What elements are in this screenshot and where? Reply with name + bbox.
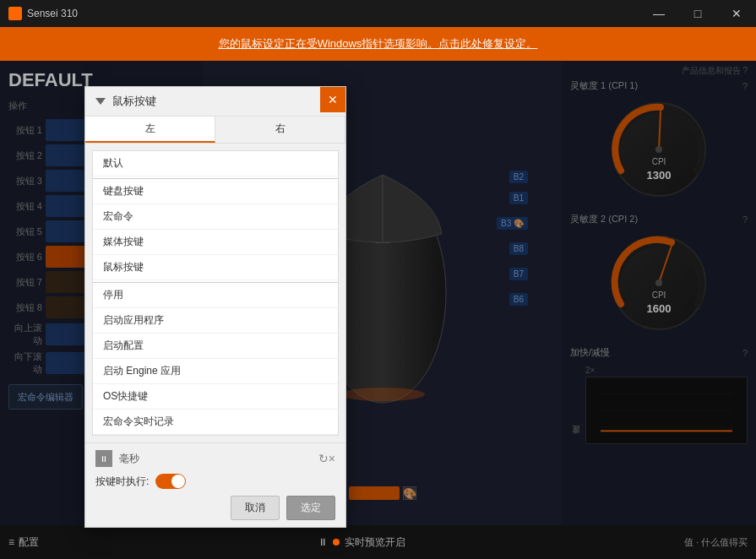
titlebar-title: Sensei 310 xyxy=(8,7,78,20)
pause-icon: ⏸ xyxy=(318,536,328,548)
realtime-dot xyxy=(333,539,340,545)
dialog-header: 鼠标按键 ✕ xyxy=(85,87,345,117)
dropdown-item-macro-realtime[interactable]: 宏命令实时记录 xyxy=(93,410,338,435)
dropdown-item-keyboard[interactable]: 键盘按键 xyxy=(93,178,338,204)
dropdown-item-disable[interactable]: 停用 xyxy=(93,282,338,308)
keystroke-toggle[interactable] xyxy=(155,474,186,489)
cancel-button[interactable]: 取消 xyxy=(231,496,280,520)
config-label: 配置 xyxy=(19,535,39,550)
ms-label: 毫秒 xyxy=(119,452,139,466)
maximize-button[interactable]: □ xyxy=(678,0,717,27)
app-title: Sensei 310 xyxy=(27,8,78,19)
dropdown-item-mouse[interactable]: 鼠标按键 xyxy=(93,255,338,280)
titlebar-controls: — □ ✕ xyxy=(639,0,756,27)
watermark: 值 · 什么值得买 xyxy=(684,536,748,549)
dialog-footer: ⏸ 毫秒 ↻× 按键时执行: 取消 选定 xyxy=(85,442,345,527)
dialog-close-button[interactable]: ✕ xyxy=(320,87,345,112)
main-content: DEFAULT 操作 按钮 1 按钮 1 按钮 2 按钮 2 按钮 3 按钮 3… xyxy=(0,61,756,525)
footer-row2: 按键时执行: xyxy=(95,474,335,489)
dropdown-item-launch-engine[interactable]: 启动 Engine 应用 xyxy=(93,359,338,384)
repeat-icon[interactable]: ↻× xyxy=(318,452,335,465)
titlebar: Sensei 310 — □ ✕ xyxy=(0,0,756,27)
pause-button[interactable]: ⏸ xyxy=(95,450,112,467)
warning-bar[interactable]: 您的鼠标设定正在受Windows指针选项影响。点击此处修复设定。 xyxy=(0,27,756,61)
footer-row1: ⏸ 毫秒 ↻× xyxy=(95,450,335,467)
keystroke-label: 按键时执行: xyxy=(95,475,149,489)
app-icon xyxy=(8,7,22,20)
dropdown-item-default[interactable]: 默认 xyxy=(93,151,338,176)
bottom-bar: ≡ 配置 ⏸ 实时预览开启 值 · 什么值得买 xyxy=(0,525,756,559)
dropdown-list: 默认 键盘按键 宏命令 媒体按键 鼠标按键 停用 启动应用程序 启动配置 启动 … xyxy=(92,150,339,436)
tab-right[interactable]: 右 xyxy=(215,117,345,143)
dropdown-item-launch-config[interactable]: 启动配置 xyxy=(93,334,338,359)
minimize-button[interactable]: — xyxy=(639,0,678,27)
realtime-label: 实时预览开启 xyxy=(345,535,405,550)
toggle-knob xyxy=(171,475,185,488)
dialog-title: 鼠标按键 xyxy=(112,94,156,109)
tab-left[interactable]: 左 xyxy=(85,117,215,143)
dropdown-item-macro[interactable]: 宏命令 xyxy=(93,204,338,230)
config-button[interactable]: ≡ 配置 xyxy=(8,535,39,550)
footer-buttons: 取消 选定 xyxy=(95,496,335,520)
list-icon: ≡ xyxy=(8,536,14,548)
dialog-overlay: 鼠标按键 ✕ 左 右 默认 键盘按键 宏命令 媒体按键 鼠标按键 停用 启动应用… xyxy=(0,61,756,525)
dropdown-triangle-icon xyxy=(95,98,106,105)
dropdown-item-media[interactable]: 媒体按键 xyxy=(93,230,338,255)
dropdown-item-os-shortcut[interactable]: OS快捷键 xyxy=(93,384,338,410)
close-button[interactable]: ✕ xyxy=(717,0,756,27)
realtime-indicator: ⏸ 实时预览开启 xyxy=(318,535,405,550)
dialog-tabs: 左 右 xyxy=(85,117,345,144)
dropdown-item-launch-app[interactable]: 启动应用程序 xyxy=(93,308,338,334)
mouse-button-dialog: 鼠标按键 ✕ 左 右 默认 键盘按键 宏命令 媒体按键 鼠标按键 停用 启动应用… xyxy=(84,86,346,528)
confirm-button[interactable]: 选定 xyxy=(286,496,335,520)
warning-text: 您的鼠标设定正在受Windows指针选项影响。点击此处修复设定。 xyxy=(219,36,538,52)
